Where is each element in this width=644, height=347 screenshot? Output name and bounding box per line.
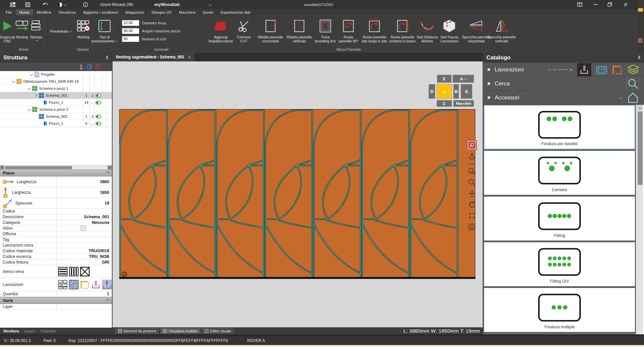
varie-section-header[interactable]: Varie	[0, 297, 112, 304]
sort-icon[interactable]	[104, 64, 109, 70]
ribbon-button-specchia-pannello-verticale[interactable]: Specchia pannello verticale	[485, 17, 518, 47]
property-row-lavorazioni[interactable]: Lavorazioni	[0, 278, 112, 291]
active-toggle[interactable]	[96, 101, 101, 104]
canvas-tab-editor-visuale[interactable]: Editor visuale	[202, 328, 234, 334]
panel-red-icon[interactable]	[95, 64, 100, 70]
tree-toggle-cell[interactable]	[95, 92, 102, 99]
nesting-viewport[interactable]: A EADABSCMacchin	[113, 61, 483, 327]
panel-tab-struttura[interactable]: Struttura	[3, 329, 19, 333]
menu-tab-macchina[interactable]: Macchina	[175, 9, 199, 15]
accessory-card-foratura-multipla[interactable]: Foratura multipla	[484, 288, 635, 332]
active-toggle[interactable]	[96, 94, 101, 97]
tree-row-schema-001[interactable]: Schema_0011.1	[0, 92, 112, 99]
document-tab[interactable]: Nesting sagomatitest - Schema_001✕	[113, 53, 195, 61]
canvas-tab-elementi-da-produrre[interactable]: Elementi da produrre	[115, 328, 159, 334]
tree-row-schema-e-pezzi-2[interactable]: Schema e pezzi 2	[0, 106, 112, 113]
save-icon[interactable]	[25, 0, 31, 9]
tree-row-schema-e-pezzi-1[interactable]: Schema e pezzi 1	[0, 85, 112, 92]
pin-icon[interactable]: ⊼	[638, 55, 641, 60]
canvas-tab-visualizza-risultato[interactable]: Visualizza risultato	[160, 328, 200, 334]
lavDrill2-icon[interactable]	[102, 280, 112, 290]
ribbon-button-ribalta-pannello-verticale[interactable]: Ribalta pannello verticale	[285, 17, 314, 47]
expander-icon[interactable]	[30, 73, 33, 76]
grainX-icon[interactable]	[80, 267, 90, 277]
expander-icon[interactable]	[28, 87, 31, 90]
tool-zoom-region-icon[interactable]	[468, 167, 476, 176]
panel-tab-propriet-[interactable]: Proprietà	[40, 329, 55, 333]
property-row-lavorazioni-extra[interactable]: Lavorazioni extra	[0, 243, 112, 248]
face-button-macchin[interactable]: Macchin	[453, 100, 474, 107]
nesting-board[interactable]: A	[119, 109, 475, 279]
tree-row-schema-002[interactable]: Schema_0021.2	[0, 113, 112, 120]
dock-window-icon[interactable]	[574, 0, 585, 9]
horizontal-scrollbar[interactable]: ◄ ►	[0, 165, 112, 169]
property-row-descrizione[interactable]: DescrizioneSchema_001	[0, 214, 112, 220]
tree-row-pezzo-1[interactable]: Pezzo_16...	[0, 120, 112, 127]
piano-section-header[interactable]: Piano	[0, 169, 112, 177]
lavHatch-icon[interactable]	[69, 280, 79, 290]
face-button-e[interactable]: E	[437, 75, 452, 83]
close-button[interactable]	[620, 0, 631, 9]
menu-tab-modifica[interactable]: Modifica	[33, 9, 55, 15]
chevron-down-icon[interactable]	[620, 96, 622, 99]
ribbon-button-aggiungi-impiallacciature[interactable]: Aggiungi Impiallacciature	[208, 17, 234, 47]
tree-toggle-cell[interactable]	[95, 99, 102, 106]
account-chevron-icon[interactable]	[208, 0, 211, 9]
menu-tab-quote[interactable]: Quote	[199, 9, 217, 15]
tool-zoom-icon[interactable]	[468, 178, 476, 187]
predefinito-dropdown[interactable]: Predefinito	[50, 29, 72, 33]
search-icon[interactable]	[627, 77, 639, 90]
menu-tab-visualizza[interactable]: Visualizza	[55, 9, 79, 15]
face-button-d[interactable]: D	[429, 84, 435, 99]
menu-tab-aggiorna-sostituisci[interactable]: Aggiorna / sostituisci	[79, 9, 122, 15]
panel-blue-icon[interactable]	[87, 64, 92, 70]
scroll-up-icon[interactable]: ▲	[637, 105, 643, 111]
property-row-lunghezza[interactable]: Lunghezza3860	[0, 177, 112, 187]
face-button-b[interactable]: B	[453, 84, 459, 99]
accessory-card-fitting-o-v[interactable]: Fitting O/V	[484, 242, 635, 287]
expander-icon[interactable]	[12, 80, 15, 83]
tree-row-progetto[interactable]: Progetto	[0, 71, 112, 78]
tool-drill-icon[interactable]	[468, 152, 476, 160]
theme-toggle-icon[interactable]	[57, 0, 66, 9]
tool-rotate-icon[interactable]	[468, 200, 476, 209]
menu-tab-disegno-2d[interactable]: Disegno 2D	[148, 9, 175, 15]
catalog-section-cerca[interactable]: Cerca	[483, 77, 644, 91]
grainV-icon[interactable]	[69, 267, 79, 277]
tool-home-icon[interactable]	[468, 222, 476, 231]
plumb-icon[interactable]	[79, 64, 84, 70]
size-slider[interactable]: −+	[548, 67, 573, 72]
tree-toggle-cell[interactable]	[95, 113, 102, 120]
menu-tab-home[interactable]: Home	[16, 9, 33, 15]
property-row-attivo[interactable]: Attivo✓	[0, 226, 112, 231]
restore-button[interactable]	[604, 0, 615, 9]
machine-filter-icon[interactable]	[596, 65, 607, 75]
catalog-section-lavorazioni[interactable]: Lavorazioni−+	[483, 63, 644, 77]
property-row-officina[interactable]: Officina	[0, 231, 112, 237]
property-row-categoria[interactable]: CategoriaNessuna	[0, 220, 112, 226]
scroll-thumb[interactable]	[638, 111, 643, 185]
account-name[interactable]: myWoodlab	[154, 0, 180, 9]
catalog-section-accessori[interactable]: Accessori	[483, 91, 644, 105]
ribbon-button-ribalta-pannello-orizzontale[interactable]: Ribalta pannello orizzontale	[256, 17, 285, 47]
expander-icon[interactable]	[34, 94, 37, 97]
layers-filter-icon[interactable]	[627, 64, 639, 75]
lavCorner-icon[interactable]	[80, 280, 90, 290]
active-toggle[interactable]	[96, 115, 101, 118]
ribbon-button-trova-bounding-box[interactable]: Trova bounding box	[313, 17, 337, 47]
accessory-card-cerniere[interactable]: Cerniere	[484, 150, 635, 195]
property-row-spessore[interactable]: Spessore19	[0, 198, 112, 209]
ribbon-button-ruota-pannello-schiena-in-basso[interactable]: Ruota pannello schiena in basso	[388, 17, 417, 47]
lavDrill-icon[interactable]	[91, 280, 101, 290]
property-row-codice-finitura[interactable]: Codice finituraGRI	[0, 260, 112, 265]
home-icon[interactable]	[627, 92, 639, 103]
scroll-right-icon[interactable]: ►	[108, 165, 112, 170]
ribbon-button-sort-faccia-lavorazioni[interactable]: Sort Faccia Lavorazioni	[438, 17, 460, 47]
property-row-codice[interactable]: Codice	[0, 209, 112, 214]
tool-expand-icon[interactable]	[468, 211, 476, 220]
property-row-tag[interactable]: Tag	[0, 237, 112, 243]
pin-icon[interactable]: ⊼	[106, 55, 109, 60]
ribbon-button-ruota-pannello-lato-lungo-in-alto[interactable]: Ruota pannello lato lungo in alto	[359, 17, 389, 47]
face-button-c[interactable]: C	[437, 100, 452, 107]
menu-tab-esportazione-dati[interactable]: Esportazione dati	[217, 9, 254, 15]
